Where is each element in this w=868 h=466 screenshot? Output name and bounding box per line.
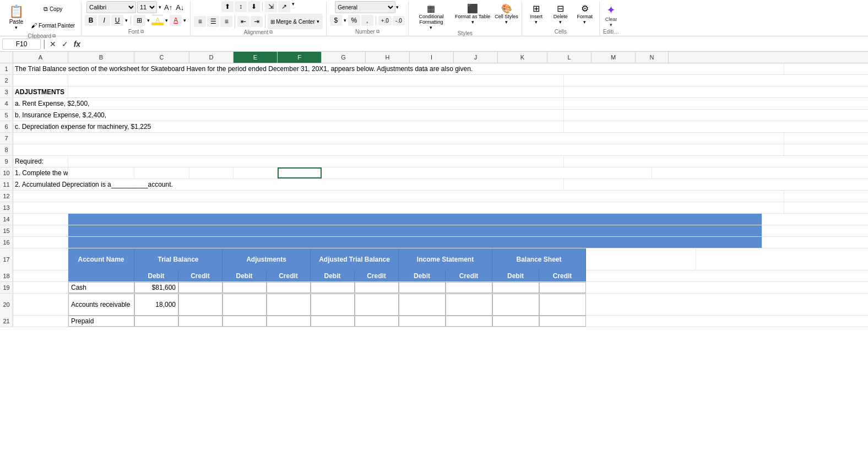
formula-input[interactable] [84,40,866,48]
cell-cash-atb-d[interactable] [311,282,355,293]
cell-ar-adj-d[interactable] [223,294,267,316]
font-size-dropdown-icon[interactable]: ▾ [158,4,162,10]
cell-prepaid-debit[interactable] [134,316,178,327]
cell-cash-atb-c[interactable] [355,282,399,293]
cell-prepaid-is-c[interactable] [446,316,492,327]
format-as-table-button[interactable]: ⬛ Format as Table ▾ [455,3,490,25]
cell-a2[interactable] [13,75,68,86]
cell-adjustments-header[interactable]: Adjustments [223,248,311,270]
conditional-formatting-dropdown[interactable]: ▾ [429,25,433,30]
underline-button[interactable]: U [111,15,123,26]
col-header-i[interactable]: I [410,52,454,63]
border-button[interactable]: ⊞ [133,15,145,26]
copy-button[interactable]: ⧉ Copy [28,1,78,17]
cell-blue-16[interactable] [68,237,762,248]
decrease-decimal-button[interactable]: -.0 [393,16,405,25]
orientation-dropdown[interactable]: ▾ [291,1,295,12]
col-header-n[interactable]: N [636,52,669,63]
paste-button[interactable]: 📋 Paste ▾ [6,3,27,31]
cell-a16[interactable] [13,237,68,248]
format-painter-button[interactable]: 🖌 Format Painter [28,18,78,33]
col-header-a[interactable]: A [13,52,68,63]
col-header-l[interactable]: L [547,52,592,63]
cell-ar-is-d[interactable] [399,294,446,316]
cell-a13[interactable] [13,202,784,213]
cell-styles-button[interactable]: 🎨 Cell Styles ▾ [495,3,518,25]
increase-indent-button[interactable]: ⇥ [251,16,263,27]
align-center-button[interactable]: ☰ [207,16,219,27]
align-right-button[interactable]: ≡ [220,16,232,27]
cell-cash-is-d[interactable] [399,282,446,293]
cell-ar-is-c[interactable] [446,294,492,316]
percent-button[interactable]: % [348,15,360,26]
clear-button[interactable]: ✦ Clear ▾ [605,3,617,28]
select-all-button[interactable] [0,52,13,63]
col-header-e[interactable]: E [234,52,278,63]
cell-prepaid-bs-d[interactable] [492,316,539,327]
cell-cash-bs-d[interactable] [492,282,539,293]
cell-prepaid-is-d[interactable] [399,316,446,327]
col-header-f[interactable]: F [278,52,322,63]
cell-b6[interactable] [68,121,564,132]
cell-a19[interactable] [13,282,68,293]
decrease-indent-button[interactable]: ⇤ [237,16,249,27]
currency-dropdown[interactable]: ▾ [343,18,347,23]
fill-dropdown[interactable]: ▾ [165,18,169,23]
cell-ar-bs-d[interactable] [492,294,539,316]
col-header-d[interactable]: D [189,52,234,63]
number-format-select[interactable]: General [335,1,395,13]
font-color-button[interactable]: A [170,15,182,26]
cell-a10[interactable]: 1. Complete the worksheet. [13,167,68,178]
delete-dropdown[interactable]: ▾ [558,19,562,25]
cell-ar-adj-c[interactable] [267,294,311,316]
cell-n17[interactable] [586,248,696,270]
cell-ar-atb-d[interactable] [311,294,355,316]
cell-b5[interactable] [68,110,564,121]
cell-cash-is-c[interactable] [446,282,492,293]
col-header-j[interactable]: J [454,52,498,63]
cell-cash-adj-d[interactable] [223,282,267,293]
cell-b11[interactable] [68,179,564,190]
cell-income-statement-header[interactable]: Income Statement [399,248,492,270]
cell-ar-credit[interactable] [178,294,223,316]
border-dropdown[interactable]: ▾ [147,18,150,23]
col-header-k[interactable]: K [498,52,547,63]
paste-dropdown-icon[interactable]: ▾ [14,25,18,30]
col-header-m[interactable]: M [592,52,636,63]
cell-account-21[interactable]: Prepaid [68,316,134,327]
currency-button[interactable]: $ [330,15,342,26]
align-bottom-button[interactable]: ⬇ [248,1,260,12]
format-dropdown[interactable]: ▾ [583,19,587,25]
cell-f10[interactable] [278,167,322,178]
merge-center-dropdown[interactable]: ▾ [316,19,320,24]
cell-blue-15[interactable] [68,225,762,236]
bold-button[interactable]: B [85,15,97,26]
cell-ar-debit[interactable]: 18,000 [134,294,178,316]
cell-account-18[interactable] [68,270,134,281]
align-left-button[interactable]: ≡ [194,16,206,27]
insert-button[interactable]: ⊞ Insert ▾ [525,3,547,29]
cell-a4[interactable]: a. Rent Expense, $2,500, [13,98,68,109]
col-header-c[interactable]: C [134,52,189,63]
cell-a9[interactable]: Required: [13,156,68,167]
cell-a18[interactable] [13,270,68,281]
clipboard-expand-icon[interactable]: ⧉ [52,33,56,39]
cell-trial-balance-header[interactable]: Trial Balance [134,248,223,270]
font-expand-icon[interactable]: ⧉ [140,29,144,35]
col-header-g[interactable]: G [322,52,366,63]
cell-a11[interactable]: 2. Accumulated Depreciation is a________… [13,179,68,190]
cell-cash-credit[interactable] [178,282,223,293]
conditional-formatting-button[interactable]: ▦ Conditional Formatting ▾ [412,3,451,30]
cell-a15[interactable] [13,225,68,236]
decrease-font-size-button[interactable]: A↓ [175,3,185,12]
cell-b4[interactable] [68,98,564,109]
cell-balance-sheet-header[interactable]: Balance Sheet [492,248,586,270]
number-format-dropdown[interactable]: ▾ [395,4,399,10]
cell-a3[interactable]: ADJUSTMENTS [13,86,68,97]
cell-adjusted-trial-balance-header[interactable]: Adjusted Trial Balance [311,248,399,270]
cell-account-19[interactable]: Cash [68,282,134,293]
cell-a20[interactable] [13,294,68,316]
cell-blue-14[interactable] [68,214,762,225]
cell-account-20[interactable]: Accounts receivable [68,294,134,316]
cell-a17[interactable] [13,248,68,270]
